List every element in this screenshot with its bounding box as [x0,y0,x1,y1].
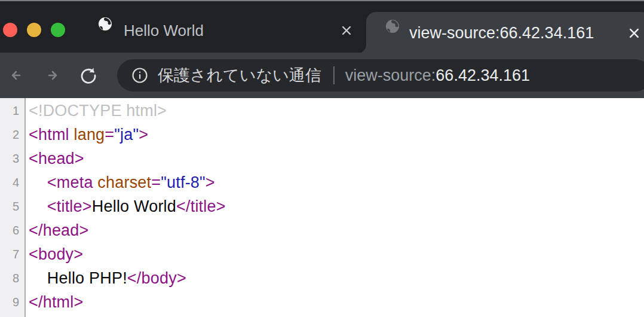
source-line: 6</head> [0,218,644,242]
code-token-text: Hello PHP! [29,269,127,287]
code-token-tag: <html [29,126,73,144]
address-bar[interactable]: 保護されていない通信 view-source: 66.42.34.161 [117,59,644,92]
browser-toolbar: 保護されていない通信 view-source: 66.42.34.161 [0,53,644,98]
traffic-light-minimize-button[interactable] [27,23,41,37]
code-token-tag: > [139,126,148,144]
forward-button[interactable] [37,60,68,91]
tab-close-icon[interactable] [625,24,643,42]
code-token-tag: </body> [127,269,186,287]
omnibox-separator [333,66,335,84]
tab-close-icon[interactable] [338,22,355,39]
line-number: 7 [0,242,24,266]
code-text: <meta charset="utf-8"> [24,170,215,194]
globe-icon-dimmed [385,19,400,33]
code-token-val: "utf-8" [161,173,206,191]
source-line: 4 <meta charset="utf-8"> [0,170,644,194]
traffic-light-close-button[interactable] [3,23,17,37]
code-text: </html> [24,290,83,314]
code-token-tag: = [105,126,114,144]
traffic-light-zoom-button[interactable] [51,23,65,37]
url-scheme: view-source: [345,66,436,85]
line-number: 2 [0,123,24,147]
line-number: 5 [0,194,24,218]
tab-strip: Hello World view-source:66.42.34.161 [0,1,644,53]
tab-title: Hello World [124,8,204,53]
code-token-tag: <head> [29,150,84,167]
code-text: </head> [24,218,89,242]
code-token-attr: charset [97,173,151,191]
code-token-tag: = [151,173,161,191]
source-line: 8 Hello PHP!</body> [0,266,644,290]
line-number: 1 [0,99,24,123]
source-line: 3<head> [0,147,644,170]
line-number: 8 [0,266,24,290]
source-line: 2<html lang="ja"> [0,123,644,147]
code-token-tag: <title> [29,197,92,215]
source-line: 1<!DOCTYPE html> [0,99,644,123]
url-host: 66.42.34.161 [436,66,530,85]
source-line: 7<body> [0,242,644,266]
code-text: <body> [24,242,83,266]
code-token-tag: </html> [29,293,83,311]
code-text: <html lang="ja"> [24,123,148,147]
tab-view-source[interactable]: view-source:66.42.34.161 [366,12,644,54]
source-line: 5 <title>Hello World</title> [0,194,644,218]
code-token-tag: <body> [29,245,83,263]
view-source-content: 1<!DOCTYPE html>2<html lang="ja">3<head>… [0,98,644,317]
code-token-text: Hello World [92,197,176,215]
code-token-tag: </head> [29,221,89,239]
code-token-tag: <meta [29,173,97,191]
code-text: Hello PHP!</body> [24,266,186,290]
code-text: <head> [24,147,84,170]
line-number: 4 [0,170,24,194]
line-number: 3 [0,147,24,170]
code-token-attr: lang [73,126,105,144]
source-line: 9</html> [0,290,644,314]
line-number: 6 [0,218,24,242]
reload-button[interactable] [73,60,104,91]
code-text: <title>Hello World</title> [24,194,226,218]
site-info-icon[interactable] [131,67,148,84]
globe-icon [98,17,112,31]
code-token-tag: </title> [176,197,226,215]
browser-window: Hello World view-source:66.42.34.161 [0,0,644,317]
tab-hello-world[interactable]: Hello World [84,8,364,53]
back-button[interactable] [1,60,32,91]
code-token-doctype: <!DOCTYPE html> [29,102,167,120]
line-number: 9 [0,290,24,314]
security-status-label: 保護されていない通信 [158,65,321,86]
code-token-val: "ja" [114,126,139,144]
code-text: <!DOCTYPE html> [24,99,167,123]
source-lines: 1<!DOCTYPE html>2<html lang="ja">3<head>… [0,99,644,314]
code-token-tag: > [206,173,215,191]
tab-title: view-source:66.42.34.161 [409,12,594,54]
